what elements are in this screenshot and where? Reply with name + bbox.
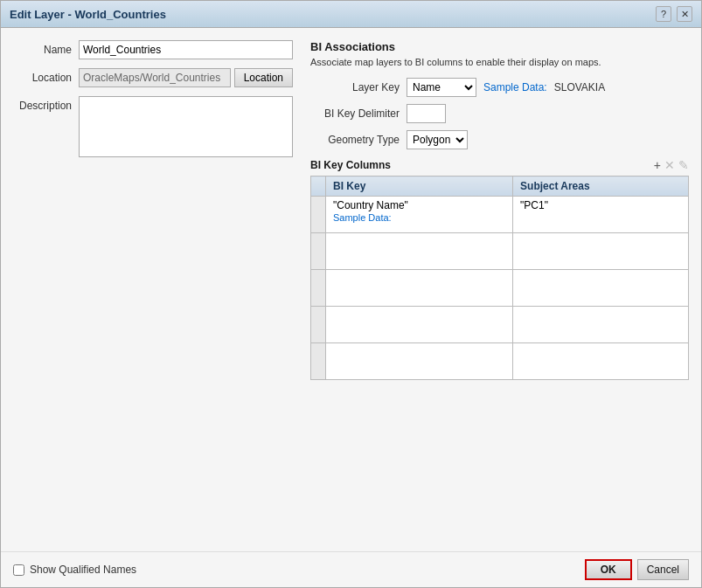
row-selector-cell <box>311 197 326 233</box>
layer-key-label: Layer Key <box>310 81 407 93</box>
bi-associations-subtitle: Associate map layers to BI columns to en… <box>310 57 689 67</box>
row-selector-cell <box>311 307 326 343</box>
subject-areas-column-header: Subject Areas <box>513 176 689 197</box>
sample-data-label: Sample Data: <box>483 81 547 93</box>
location-control: Location <box>79 68 293 87</box>
bi-key-delimiter-label: BI Key Delimiter <box>310 107 407 120</box>
footer-buttons: OK Cancel <box>585 559 689 580</box>
subject-areas-cell <box>513 233 689 270</box>
bi-key-value: "Country Name" <box>333 199 505 211</box>
right-panel: BI Associations Associate map layers to … <box>310 40 689 539</box>
bi-key-cell <box>326 233 513 270</box>
bi-key-cell <box>326 270 513 307</box>
name-label: Name <box>13 40 79 56</box>
name-input[interactable] <box>79 40 293 59</box>
table-row[interactable] <box>311 307 689 343</box>
sample-data-cell-label: Sample Data: <box>333 212 392 223</box>
row-selector-header <box>311 176 326 197</box>
edit-icon[interactable]: ✎ <box>678 158 689 172</box>
cancel-button[interactable]: Cancel <box>637 559 689 580</box>
close-icon: ✕ <box>681 9 689 20</box>
location-row-inner: Location <box>79 68 293 87</box>
name-control <box>79 40 293 59</box>
close-icon-button[interactable]: ✕ <box>677 6 692 22</box>
edit-layer-dialog: Edit Layer - World_Countries ? ✕ Name Lo… <box>0 0 702 588</box>
bi-key-column-header: BI Key <box>326 176 513 197</box>
subject-areas-cell <box>513 343 689 380</box>
bi-associations-title: BI Associations <box>310 40 689 53</box>
table-header-row: BI Key Subject Areas <box>311 176 689 197</box>
show-qualified-checkbox[interactable] <box>13 564 24 576</box>
bi-key-delimiter-input[interactable] <box>407 104 446 123</box>
layer-key-container: Name ID Code Sample Data: SLOVAKIA <box>407 78 605 97</box>
bi-key-delimiter-row: BI Key Delimiter <box>310 104 689 123</box>
bi-key-cell <box>326 307 513 343</box>
description-control <box>79 96 293 160</box>
geometry-type-select[interactable]: Polygon Point Line <box>407 130 468 149</box>
show-qualified-container: Show Qualified Names <box>13 564 136 576</box>
help-icon: ? <box>661 9 666 19</box>
geometry-type-row: Geometry Type Polygon Point Line <box>310 130 689 149</box>
subject-areas-cell <box>513 307 689 343</box>
left-panel: Name Location Location Description <box>13 40 293 539</box>
ok-button[interactable]: OK <box>585 559 632 580</box>
description-row: Description <box>13 96 293 160</box>
help-icon-button[interactable]: ? <box>656 6 671 22</box>
add-icon[interactable]: + <box>654 158 661 172</box>
bi-key-columns-title: BI Key Columns <box>310 159 391 171</box>
geometry-type-label: Geometry Type <box>310 134 407 146</box>
bi-key-cell <box>326 343 513 380</box>
header-icons: ? ✕ <box>656 6 692 22</box>
location-label: Location <box>13 68 79 84</box>
description-label: Description <box>13 96 79 112</box>
bi-key-table: BI Key Subject Areas "Country Name"Sampl… <box>310 176 689 380</box>
subject-areas-cell: "PC1" <box>513 197 689 233</box>
dialog-footer: Show Qualified Names OK Cancel <box>1 551 701 587</box>
bi-key-cell: "Country Name"Sample Data: <box>326 197 513 233</box>
sample-data-row: Sample Data: <box>333 211 505 224</box>
subject-areas-cell <box>513 270 689 307</box>
location-input <box>79 68 231 87</box>
layer-key-row: Layer Key Name ID Code Sample Data: SLOV… <box>310 78 689 97</box>
description-textarea[interactable] <box>79 96 293 157</box>
sample-data-value: SLOVAKIA <box>554 81 605 93</box>
bi-key-columns-section: BI Key Columns + ✕ ✎ BI Key Subject Area… <box>310 158 689 380</box>
dialog-title: Edit Layer - World_Countries <box>10 8 166 21</box>
delete-icon[interactable]: ✕ <box>664 158 675 172</box>
table-row[interactable] <box>311 233 689 270</box>
table-row[interactable] <box>311 270 689 307</box>
name-row: Name <box>13 40 293 59</box>
dialog-header: Edit Layer - World_Countries ? ✕ <box>1 1 701 28</box>
table-row[interactable]: "Country Name"Sample Data: "PC1" <box>311 197 689 233</box>
bi-key-columns-header: BI Key Columns + ✕ ✎ <box>310 158 689 172</box>
row-selector-cell <box>311 233 326 270</box>
dialog-body: Name Location Location Description <box>1 28 701 551</box>
toolbar-icons: + ✕ ✎ <box>654 158 689 172</box>
table-row[interactable] <box>311 343 689 380</box>
layer-key-select[interactable]: Name ID Code <box>407 78 476 97</box>
row-selector-cell <box>311 343 326 380</box>
location-button[interactable]: Location <box>234 68 293 87</box>
show-qualified-label: Show Qualified Names <box>30 564 136 576</box>
row-selector-cell <box>311 270 326 307</box>
geometry-type-container: Polygon Point Line <box>407 130 468 149</box>
location-row: Location Location <box>13 68 293 87</box>
